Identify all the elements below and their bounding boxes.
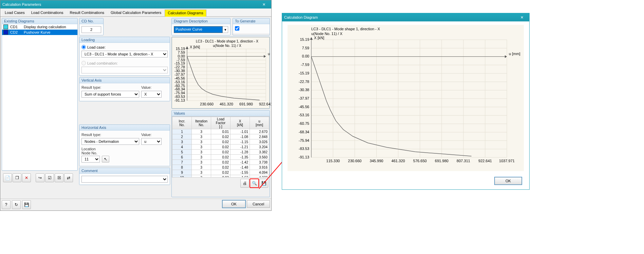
to-generate-group: To Generate [233,18,270,35]
export-button[interactable]: 💾 [259,179,268,188]
horizontal-axis-header: Horizontal Axis [79,125,170,131]
svg-text:15.19: 15.19 [300,37,309,41]
list-toolbar: 📄 ❐ ✕ ↪ ☑ ☒ ⇄ [2,172,78,184]
loading-header: Loading [79,37,170,43]
big-chart-title-1: LC3 - DLC1 - Mode shape 1, direction - X [311,27,380,31]
values-header: Values [172,111,270,116]
ha-location-label: Location [81,147,168,151]
svg-text:691.980: 691.980 [239,102,253,106]
svg-text:u [mm]: u [mm] [268,52,271,56]
svg-text:461.320: 461.320 [391,159,405,163]
loadcase-select[interactable]: LC3 - DLC1 - Mode shape 1, direction - X [81,51,168,57]
diag-ok-button[interactable]: OK [495,177,522,185]
to-generate-label: To Generate [233,18,270,24]
va-value-label: Value: [141,85,151,89]
svg-text:u [mm]: u [mm] [509,52,520,56]
diag-window-title: Calculation Diagram [284,15,318,19]
svg-text:922.641: 922.641 [478,159,492,163]
cd-no-input[interactable] [81,26,101,33]
print-button[interactable]: 🖨 [240,179,249,188]
loadcase-radio[interactable]: Load case: [81,45,168,49]
svg-text:-37.97: -37.97 [299,96,309,100]
tool-b-button[interactable]: ☑ [45,173,54,182]
vertical-axis-group: Vertical Axis Result type: Value: Sum of… [79,77,170,101]
pick-node-button[interactable]: ↖ [102,156,109,163]
svg-text:461.320: 461.320 [220,102,233,106]
copy-button[interactable]: ❐ [13,173,21,182]
svg-text:1037.971: 1037.971 [499,159,515,163]
save-button[interactable]: 💾 [22,200,31,209]
tab-result-combinations[interactable]: Result Combinations [67,9,108,16]
existing-diagrams-list[interactable]: CD1Display during calculationCD2Pushover… [2,24,77,170]
svg-text:230.660: 230.660 [200,102,214,106]
tool-d-button[interactable]: ⇄ [64,173,73,182]
ha-node-label: Node No. [81,151,168,155]
svg-text:-91.13: -91.13 [174,98,185,102]
calculation-diagram-window: Calculation Diagram ✕ LC3 - DLC1 - Mode … [282,13,530,190]
tool-c-button[interactable]: ☒ [55,173,63,182]
svg-text:-7.59: -7.59 [301,63,309,67]
refresh-button[interactable]: ↻ [12,200,21,209]
svg-text:807.311: 807.311 [457,159,470,163]
big-chart: LC3 - DLC1 - Mode shape 1, direction - X… [288,25,524,171]
svg-text:230.660: 230.660 [348,159,362,163]
values-table: Incr.No.IterationNo.Load Factor[-]X[kN]u… [172,117,269,177]
help-button[interactable]: ? [2,200,11,209]
comment-header: Comment [79,168,170,174]
values-toolbar: 🖨 🔍 💾 [172,177,270,189]
cd-no-label: CD No. [79,18,103,24]
preview-chart: LC3 - DLC1 - Mode shape 1, direction - X… [172,37,270,108]
svg-text:345.990: 345.990 [370,159,383,163]
diag-close-icon[interactable]: ✕ [516,13,527,21]
svg-text:-68.34: -68.34 [299,130,309,134]
diagram-row[interactable]: CD2Pushover Kurve [2,30,77,35]
ha-node-select[interactable]: 11 [81,156,100,163]
cd-no-group: CD No. [79,18,104,35]
comment-select[interactable] [81,176,168,183]
loading-group: Loading Load case: LC3 - DLC1 - Mode sha… [79,37,170,76]
zoom-diagram-button[interactable]: 🔍 [250,179,259,188]
description-dropdown-icon[interactable]: ▾ [223,26,228,33]
svg-text:-91.13: -91.13 [299,155,309,159]
new-button[interactable]: 📄 [3,173,12,182]
window-title: Calculation Parameters [2,2,41,6]
ha-result-select[interactable]: Nodes - Deformation [81,138,139,145]
tab-load-cases[interactable]: Load Cases [2,9,28,16]
va-value-select[interactable]: X [141,91,162,98]
content-area: Existing Diagrams CD1Display during calc… [0,17,271,199]
tab-load-combinations[interactable]: Load Combinations [28,9,67,16]
tab-strip: Load CasesLoad CombinationsResult Combin… [0,9,271,17]
comment-group: Comment [79,168,170,185]
diagram-row[interactable]: CD1Display during calculation [2,24,77,30]
svg-text:7.59: 7.59 [302,46,309,50]
tool-a-button[interactable]: ↪ [36,173,44,182]
tab-calculation-diagrams[interactable]: Calculation Diagrams [165,10,206,17]
svg-text:X [kN]: X [kN] [190,45,200,49]
values-table-wrap[interactable]: Incr.No.IterationNo.Load Factor[-]X[kN]u… [172,116,270,177]
loadcombo-radio[interactable]: Load combination: [81,61,168,65]
svg-text:-30.38: -30.38 [299,88,309,92]
tab-global-calculation-parameters[interactable]: Global Calculation Parameters [108,9,164,16]
vertical-axis-header: Vertical Axis [79,78,170,83]
description-input[interactable]: Pushover Curve [174,26,223,33]
to-generate-checkbox[interactable] [235,26,239,31]
description-group: Diagram Description Pushover Curve ▾ [171,18,231,35]
delete-button[interactable]: ✕ [22,173,31,182]
calculation-parameters-window: Calculation Parameters ✕ Load CasesLoad … [0,0,272,211]
svg-text:-53.16: -53.16 [299,113,309,117]
cancel-button[interactable]: Cancel [247,200,270,208]
svg-text:576.650: 576.650 [413,159,427,163]
close-icon[interactable]: ✕ [258,0,269,9]
svg-text:115.330: 115.330 [326,159,340,163]
description-label: Diagram Description [172,18,230,24]
svg-text:-22.78: -22.78 [299,80,309,84]
chart-title-1: LC3 - DLC1 - Mode shape 1, direction - X [187,39,267,43]
va-result-select[interactable]: Sum of support forces [81,91,139,98]
ok-button[interactable]: OK [222,200,245,208]
ha-value-select[interactable]: u [141,138,162,145]
svg-text:691.980: 691.980 [435,159,448,163]
svg-text:-60.75: -60.75 [299,121,309,125]
ha-result-label: Result type: [81,133,139,137]
svg-text:0.00: 0.00 [302,54,309,58]
svg-text:922.641: 922.641 [259,102,271,106]
